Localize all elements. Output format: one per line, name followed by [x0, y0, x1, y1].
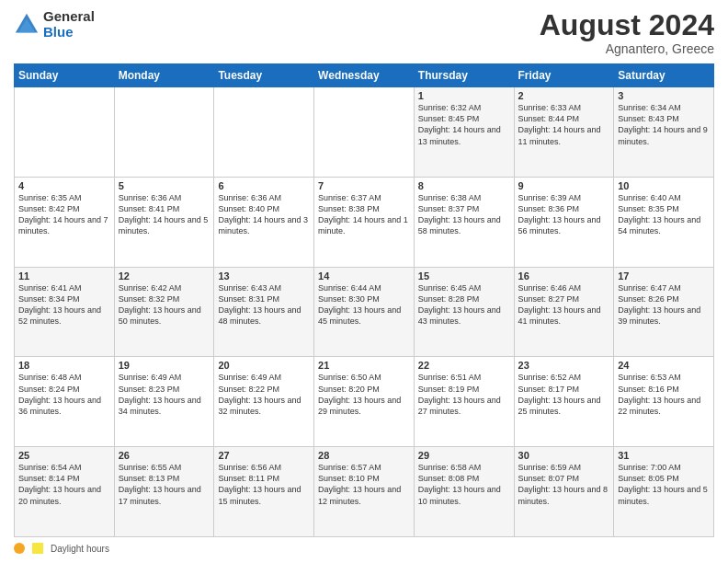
calendar-cell: 7Sunrise: 6:37 AM Sunset: 8:38 PM Daylig… [314, 177, 415, 267]
col-monday: Monday [114, 64, 214, 87]
day-number: 4 [18, 180, 110, 191]
calendar-cell: 15Sunrise: 6:45 AM Sunset: 8:28 PM Dayli… [414, 267, 514, 357]
day-info: Sunrise: 6:46 AM Sunset: 8:27 PM Dayligh… [518, 282, 610, 327]
logo-blue-label: Blue [43, 25, 95, 40]
day-number: 22 [418, 360, 510, 371]
title-block: August 2024 Agnantero, Greece [540, 9, 714, 56]
col-wednesday: Wednesday [314, 64, 415, 87]
day-info: Sunrise: 6:39 AM Sunset: 8:36 PM Dayligh… [518, 192, 610, 237]
day-info: Sunrise: 6:59 AM Sunset: 8:07 PM Dayligh… [518, 462, 610, 507]
day-info: Sunrise: 6:38 AM Sunset: 8:37 PM Dayligh… [418, 192, 510, 237]
logo: General Blue [14, 9, 95, 40]
logo-general-label: General [43, 9, 95, 25]
col-sunday: Sunday [15, 64, 115, 87]
day-info: Sunrise: 6:53 AM Sunset: 8:16 PM Dayligh… [618, 372, 710, 417]
day-info: Sunrise: 6:49 AM Sunset: 8:23 PM Dayligh… [119, 372, 210, 417]
col-thursday: Thursday [414, 64, 514, 87]
day-info: Sunrise: 6:48 AM Sunset: 8:24 PM Dayligh… [18, 372, 110, 417]
day-info: Sunrise: 6:56 AM Sunset: 8:11 PM Dayligh… [218, 462, 310, 507]
calendar-cell: 28Sunrise: 6:57 AM Sunset: 8:10 PM Dayli… [314, 447, 415, 537]
day-number: 20 [218, 360, 310, 371]
calendar-cell: 24Sunrise: 6:53 AM Sunset: 8:16 PM Dayli… [614, 357, 714, 447]
calendar-cell: 2Sunrise: 6:33 AM Sunset: 8:44 PM Daylig… [514, 87, 614, 178]
day-number: 13 [218, 270, 310, 282]
day-number: 24 [618, 360, 710, 371]
day-number: 6 [218, 180, 310, 191]
calendar-cell: 30Sunrise: 6:59 AM Sunset: 8:07 PM Dayli… [514, 447, 614, 537]
calendar: Sunday Monday Tuesday Wednesday Thursday… [14, 63, 714, 537]
day-number: 10 [618, 180, 710, 191]
calendar-row-1: 4Sunrise: 6:35 AM Sunset: 8:42 PM Daylig… [15, 177, 714, 267]
calendar-row-2: 11Sunrise: 6:41 AM Sunset: 8:34 PM Dayli… [15, 267, 714, 357]
calendar-cell [114, 87, 214, 178]
calendar-cell: 21Sunrise: 6:50 AM Sunset: 8:20 PM Dayli… [314, 357, 415, 447]
month-title: August 2024 [540, 9, 714, 41]
day-number: 3 [618, 90, 710, 101]
calendar-cell: 25Sunrise: 6:54 AM Sunset: 8:14 PM Dayli… [15, 447, 115, 537]
day-number: 1 [418, 90, 510, 101]
day-number: 17 [618, 270, 710, 282]
header-row: Sunday Monday Tuesday Wednesday Thursday… [15, 64, 714, 87]
day-number: 16 [518, 270, 610, 282]
day-info: Sunrise: 6:43 AM Sunset: 8:31 PM Dayligh… [218, 282, 310, 327]
daylight-legend-icon [32, 543, 43, 554]
calendar-cell [214, 87, 314, 178]
day-number: 9 [518, 180, 610, 191]
day-number: 23 [518, 360, 610, 371]
calendar-cell: 18Sunrise: 6:48 AM Sunset: 8:24 PM Dayli… [15, 357, 115, 447]
daylight-legend-label: Daylight hours [51, 544, 109, 554]
day-number: 18 [18, 360, 110, 371]
day-number: 7 [318, 180, 410, 191]
calendar-cell: 29Sunrise: 6:58 AM Sunset: 8:08 PM Dayli… [414, 447, 514, 537]
day-number: 19 [119, 360, 210, 371]
calendar-cell: 19Sunrise: 6:49 AM Sunset: 8:23 PM Dayli… [114, 357, 214, 447]
calendar-cell: 23Sunrise: 6:52 AM Sunset: 8:17 PM Dayli… [514, 357, 614, 447]
calendar-cell: 22Sunrise: 6:51 AM Sunset: 8:19 PM Dayli… [414, 357, 514, 447]
location-label: Agnantero, Greece [540, 41, 714, 56]
day-info: Sunrise: 6:52 AM Sunset: 8:17 PM Dayligh… [518, 372, 610, 417]
day-number: 14 [318, 270, 410, 282]
day-info: Sunrise: 6:58 AM Sunset: 8:08 PM Dayligh… [418, 462, 510, 507]
calendar-cell: 6Sunrise: 6:36 AM Sunset: 8:40 PM Daylig… [214, 177, 314, 267]
calendar-cell: 3Sunrise: 6:34 AM Sunset: 8:43 PM Daylig… [614, 87, 714, 178]
day-info: Sunrise: 6:54 AM Sunset: 8:14 PM Dayligh… [18, 462, 110, 507]
calendar-body: 1Sunrise: 6:32 AM Sunset: 8:45 PM Daylig… [15, 87, 714, 537]
day-info: Sunrise: 6:47 AM Sunset: 8:26 PM Dayligh… [618, 282, 710, 327]
calendar-cell [314, 87, 415, 178]
legend: Daylight hours [14, 543, 714, 554]
day-info: Sunrise: 6:37 AM Sunset: 8:38 PM Dayligh… [318, 192, 410, 237]
day-info: Sunrise: 6:41 AM Sunset: 8:34 PM Dayligh… [18, 282, 110, 327]
day-info: Sunrise: 6:36 AM Sunset: 8:40 PM Dayligh… [218, 192, 310, 237]
day-info: Sunrise: 7:00 AM Sunset: 8:05 PM Dayligh… [618, 462, 710, 507]
day-number: 2 [518, 90, 610, 101]
day-info: Sunrise: 6:45 AM Sunset: 8:28 PM Dayligh… [418, 282, 510, 327]
day-info: Sunrise: 6:40 AM Sunset: 8:35 PM Dayligh… [618, 192, 710, 237]
day-info: Sunrise: 6:35 AM Sunset: 8:42 PM Dayligh… [18, 192, 110, 237]
calendar-cell: 4Sunrise: 6:35 AM Sunset: 8:42 PM Daylig… [15, 177, 115, 267]
calendar-cell: 8Sunrise: 6:38 AM Sunset: 8:37 PM Daylig… [414, 177, 514, 267]
day-info: Sunrise: 6:44 AM Sunset: 8:30 PM Dayligh… [318, 282, 410, 327]
day-info: Sunrise: 6:33 AM Sunset: 8:44 PM Dayligh… [518, 102, 610, 147]
day-info: Sunrise: 6:57 AM Sunset: 8:10 PM Dayligh… [318, 462, 410, 507]
day-number: 31 [618, 450, 710, 461]
calendar-cell: 1Sunrise: 6:32 AM Sunset: 8:45 PM Daylig… [414, 87, 514, 178]
day-info: Sunrise: 6:51 AM Sunset: 8:19 PM Dayligh… [418, 372, 510, 417]
day-number: 15 [418, 270, 510, 282]
col-saturday: Saturday [614, 64, 714, 87]
calendar-cell: 17Sunrise: 6:47 AM Sunset: 8:26 PM Dayli… [614, 267, 714, 357]
calendar-cell: 26Sunrise: 6:55 AM Sunset: 8:13 PM Dayli… [114, 447, 214, 537]
day-number: 25 [18, 450, 110, 461]
day-info: Sunrise: 6:55 AM Sunset: 8:13 PM Dayligh… [119, 462, 210, 507]
day-number: 5 [119, 180, 210, 191]
calendar-cell: 31Sunrise: 7:00 AM Sunset: 8:05 PM Dayli… [614, 447, 714, 537]
calendar-cell: 13Sunrise: 6:43 AM Sunset: 8:31 PM Dayli… [214, 267, 314, 357]
day-info: Sunrise: 6:34 AM Sunset: 8:43 PM Dayligh… [618, 102, 710, 147]
day-number: 8 [418, 180, 510, 191]
col-friday: Friday [514, 64, 614, 87]
day-info: Sunrise: 6:32 AM Sunset: 8:45 PM Dayligh… [418, 102, 510, 147]
calendar-cell: 20Sunrise: 6:49 AM Sunset: 8:22 PM Dayli… [214, 357, 314, 447]
day-number: 11 [18, 270, 110, 282]
day-info: Sunrise: 6:50 AM Sunset: 8:20 PM Dayligh… [318, 372, 410, 417]
calendar-cell: 5Sunrise: 6:36 AM Sunset: 8:41 PM Daylig… [114, 177, 214, 267]
day-number: 29 [418, 450, 510, 461]
